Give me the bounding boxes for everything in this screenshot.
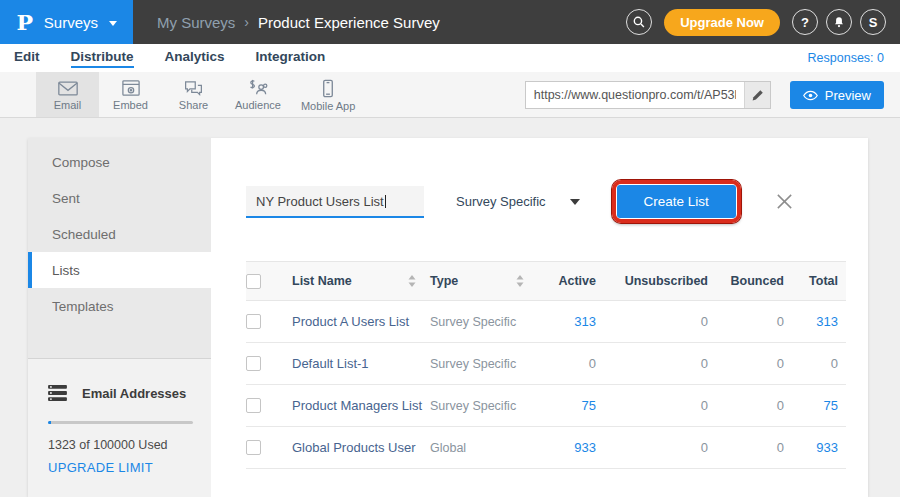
survey-url-input[interactable] bbox=[526, 82, 744, 108]
row-checkbox[interactable] bbox=[246, 314, 261, 329]
bounced-count: 0 bbox=[708, 356, 784, 371]
email-sidebar: Compose Sent Scheduled Lists Templates E… bbox=[28, 138, 211, 497]
avatar-initial: S bbox=[869, 15, 878, 30]
select-all-checkbox[interactable] bbox=[246, 274, 261, 289]
toolbar-item-label: Share bbox=[179, 99, 208, 111]
create-list-button[interactable]: Create List bbox=[617, 185, 736, 218]
toolbar-item-embed[interactable]: Embed bbox=[99, 72, 162, 117]
toolbar-item-audience[interactable]: Audience bbox=[225, 72, 291, 117]
toolbar-item-share[interactable]: Share bbox=[162, 72, 225, 117]
notifications-button[interactable] bbox=[826, 9, 852, 35]
row-checkbox[interactable] bbox=[246, 356, 261, 371]
sidebar-item-scheduled[interactable]: Scheduled bbox=[28, 216, 211, 252]
lists-main: NY Product Users List Survey Specific Cr… bbox=[211, 138, 868, 497]
distribute-toolbar: Email Embed Share Audience Mobile App Pr… bbox=[0, 72, 900, 118]
upgrade-now-button[interactable]: Upgrade Now bbox=[664, 9, 780, 36]
search-icon bbox=[632, 15, 646, 29]
tab-edit[interactable]: Edit bbox=[14, 49, 40, 68]
embed-icon bbox=[121, 79, 141, 97]
edit-url-button[interactable] bbox=[744, 82, 770, 108]
pencil-icon bbox=[751, 89, 764, 102]
email-usage-progressbar bbox=[48, 421, 193, 424]
survey-link-group: Preview bbox=[525, 81, 884, 109]
questionpro-logo: P bbox=[17, 10, 34, 35]
toolbar-item-email[interactable]: Email bbox=[36, 72, 99, 117]
responses-count[interactable]: Responses: 0 bbox=[808, 51, 884, 65]
help-button[interactable]: ? bbox=[792, 9, 818, 35]
search-button[interactable] bbox=[626, 9, 652, 35]
surveys-product-switcher[interactable]: P Surveys bbox=[0, 0, 133, 44]
top-actions: Upgrade Now ? S bbox=[626, 9, 886, 36]
sidebar-item-templates[interactable]: Templates bbox=[28, 288, 211, 324]
survey-url-wrap bbox=[525, 81, 771, 109]
list-name-value: NY Product Users List bbox=[256, 194, 384, 209]
eye-icon bbox=[803, 90, 818, 101]
sidebar-item-lists[interactable]: Lists bbox=[28, 252, 211, 288]
active-count[interactable]: 313 bbox=[538, 314, 596, 329]
tab-integration[interactable]: Integration bbox=[256, 49, 326, 68]
share-icon bbox=[183, 79, 204, 97]
email-addresses-section: Email Addresses 1323 of 100000 Used UPGR… bbox=[28, 358, 211, 497]
email-addresses-title: Email Addresses bbox=[82, 386, 186, 401]
sidebar-item-sent[interactable]: Sent bbox=[28, 180, 211, 216]
row-checkbox[interactable] bbox=[246, 398, 261, 413]
account-avatar[interactable]: S bbox=[860, 9, 886, 35]
list-icon bbox=[48, 385, 67, 401]
total-count: 0 bbox=[784, 356, 846, 371]
breadcrumb-separator: › bbox=[244, 14, 249, 30]
total-count[interactable]: 313 bbox=[784, 314, 846, 329]
upgrade-limit-link[interactable]: UPGRADE LIMIT bbox=[48, 460, 193, 475]
active-count[interactable]: 933 bbox=[538, 440, 596, 455]
list-type: Survey Specific bbox=[430, 357, 516, 371]
close-icon bbox=[775, 192, 794, 211]
sort-icon[interactable] bbox=[516, 275, 524, 287]
list-name-input[interactable]: NY Product Users List bbox=[246, 186, 424, 218]
active-count[interactable]: 75 bbox=[538, 398, 596, 413]
list-name-link[interactable]: Product A Users List bbox=[292, 314, 409, 329]
email-usage-progress-fill bbox=[48, 421, 51, 424]
toolbar-item-label: Mobile App bbox=[301, 100, 355, 112]
email-usage-text: 1323 of 100000 Used bbox=[48, 438, 193, 452]
lists-table: List Name Type Active Unsubscribed Bounc… bbox=[246, 261, 846, 469]
table-row: Default List-1 Survey Specific 0 0 0 0 bbox=[246, 343, 846, 385]
tab-analytics[interactable]: Analytics bbox=[165, 49, 225, 68]
unsubscribed-count: 0 bbox=[596, 314, 708, 329]
content-area: Compose Sent Scheduled Lists Templates E… bbox=[0, 118, 900, 497]
table-body: Product A Users List Survey Specific 313… bbox=[246, 301, 846, 469]
sort-icon[interactable] bbox=[408, 275, 416, 287]
col-bounced: Bounced bbox=[708, 274, 784, 288]
col-list-name: List Name bbox=[292, 274, 352, 288]
tab-distribute[interactable]: Distribute bbox=[71, 49, 134, 68]
toolbar-item-mobile-app[interactable]: Mobile App bbox=[291, 72, 365, 117]
lists-panel: Compose Sent Scheduled Lists Templates E… bbox=[28, 138, 868, 497]
product-name: Surveys bbox=[44, 14, 98, 31]
mobile-app-icon bbox=[322, 79, 334, 98]
toolbar-item-label: Embed bbox=[113, 99, 148, 111]
list-type-select[interactable]: Survey Specific bbox=[456, 194, 580, 209]
table-row: Product Managers List Survey Specific 75… bbox=[246, 385, 846, 427]
table-row: Global Products User Global 933 0 0 933 bbox=[246, 427, 846, 469]
breadcrumb-my-surveys[interactable]: My Surveys bbox=[157, 14, 235, 31]
col-total: Total bbox=[784, 274, 846, 288]
bounced-count: 0 bbox=[708, 314, 784, 329]
annotation-highlight: Create List bbox=[612, 180, 741, 223]
total-count[interactable]: 75 bbox=[784, 398, 846, 413]
list-name-link[interactable]: Global Products User bbox=[292, 440, 416, 455]
row-checkbox[interactable] bbox=[246, 440, 261, 455]
nav-tabs: Edit Distribute Analytics Integration bbox=[14, 49, 325, 68]
unsubscribed-count: 0 bbox=[596, 356, 708, 371]
list-name-link[interactable]: Default List-1 bbox=[292, 356, 369, 371]
top-bar: P Surveys My Surveys › Product Experienc… bbox=[0, 0, 900, 44]
active-count: 0 bbox=[538, 356, 596, 371]
preview-button[interactable]: Preview bbox=[790, 81, 884, 109]
table-row: Product A Users List Survey Specific 313… bbox=[246, 301, 846, 343]
sidebar-item-compose[interactable]: Compose bbox=[28, 144, 211, 180]
col-unsubscribed: Unsubscribed bbox=[596, 274, 708, 288]
bounced-count: 0 bbox=[708, 398, 784, 413]
list-name-link[interactable]: Product Managers List bbox=[292, 398, 422, 413]
sidebar-spacer bbox=[28, 324, 211, 358]
breadcrumb-bar: My Surveys › Product Experience Survey U… bbox=[133, 0, 900, 44]
total-count[interactable]: 933 bbox=[784, 440, 846, 455]
chevron-down-icon bbox=[570, 199, 580, 205]
close-form-button[interactable] bbox=[775, 192, 794, 211]
